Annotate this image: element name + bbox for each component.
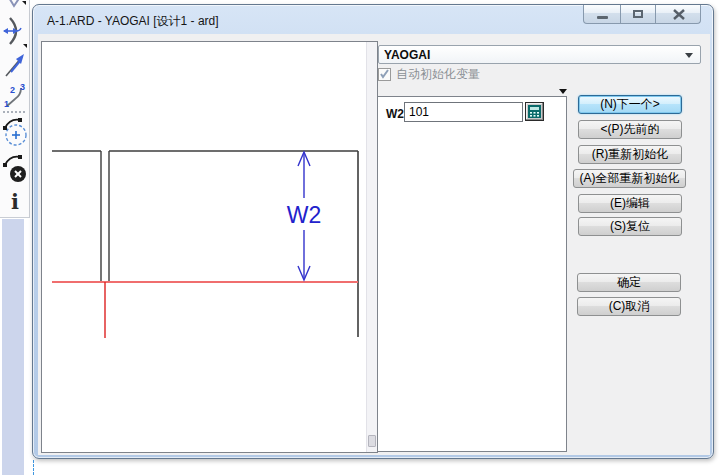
ok-button[interactable]: 确定 [577, 273, 681, 292]
toolbar-empty-strip [2, 219, 24, 475]
edit-button[interactable]: (E)编辑 [578, 194, 682, 213]
line-arrow-glyph [3, 51, 27, 79]
polyline-numbers-icon[interactable]: 1 2 3 [2, 82, 28, 110]
app-toolbar: 1 2 3 i [0, 0, 31, 475]
arc-stretch-icon[interactable] [2, 14, 28, 48]
minimize-icon [597, 16, 608, 19]
calculator-icon [528, 105, 541, 118]
variables-list[interactable]: W2: [377, 96, 567, 452]
polyline-glyph: 1 2 3 [2, 82, 28, 110]
dialog-client-area: W2 YAOGAI 自动初始化变量 W2: [38, 34, 710, 455]
variable-value-input[interactable] [404, 102, 523, 122]
previous-button[interactable]: <(P)先前的 [578, 120, 682, 139]
polyline-number-3: 3 [20, 82, 25, 92]
line-arrow-icon[interactable] [2, 50, 28, 80]
flyout-corner-icon [22, 1, 26, 5]
drawing-view[interactable]: W2 [41, 41, 378, 453]
caption-buttons [584, 5, 701, 24]
reinitialize-all-button[interactable]: (A)全部重新初始化 [573, 169, 686, 188]
guide-dashed-line [33, 460, 34, 475]
cancel-button[interactable]: (C)取消 [577, 297, 681, 316]
auto-init-row: 自动初始化变量 [378, 67, 480, 81]
checkmark-icon [378, 68, 391, 81]
dimension-label: W2 [287, 202, 322, 228]
info-glyph: i [11, 191, 19, 212]
chevron-down-icon [685, 53, 693, 58]
flyout-partial-icon[interactable] [2, 0, 28, 10]
design-name-dropdown[interactable]: YAOGAI [378, 45, 701, 64]
rotate-delete-glyph [2, 153, 28, 187]
reinitialize-button[interactable]: (R)重新初始化 [578, 145, 682, 164]
toolbar-separator [3, 111, 25, 113]
rotate-add-point-icon[interactable] [2, 115, 28, 151]
design-drawing: W2 [42, 42, 366, 452]
scrollbar-thumb[interactable] [368, 435, 376, 447]
next-button[interactable]: (N)下一个> [578, 95, 682, 114]
maximize-icon [633, 10, 643, 18]
rotate-delete-point-icon[interactable] [2, 152, 28, 188]
arc-stretch-glyph [2, 15, 28, 47]
info-icon[interactable]: i [2, 188, 28, 214]
dialog-title: A-1.ARD - YAOGAI [设计1 - ard] [47, 13, 219, 30]
rotate-add-glyph [2, 116, 28, 150]
drawing-vertical-scrollbar[interactable] [366, 42, 377, 452]
minimize-button[interactable] [583, 5, 621, 24]
variable-menu-icon[interactable] [559, 89, 567, 94]
rebuild-dialog-window: A-1.ARD - YAOGAI [设计1 - ard] [32, 4, 714, 459]
dialog-titlebar[interactable]: A-1.ARD - YAOGAI [设计1 - ard] [33, 5, 713, 34]
auto-init-checkbox[interactable] [378, 68, 391, 81]
maximize-button[interactable] [620, 5, 656, 24]
design-name-value: YAOGAI [384, 48, 430, 62]
polyline-number-1: 1 [4, 99, 9, 109]
close-icon [656, 5, 702, 24]
close-button[interactable] [655, 5, 701, 24]
auto-init-label: 自动初始化变量 [396, 66, 480, 83]
calculator-button[interactable] [525, 102, 544, 121]
flyout-corner-icon [23, 44, 27, 48]
reset-button[interactable]: (S)复位 [578, 217, 682, 236]
polyline-number-2: 2 [10, 85, 15, 95]
